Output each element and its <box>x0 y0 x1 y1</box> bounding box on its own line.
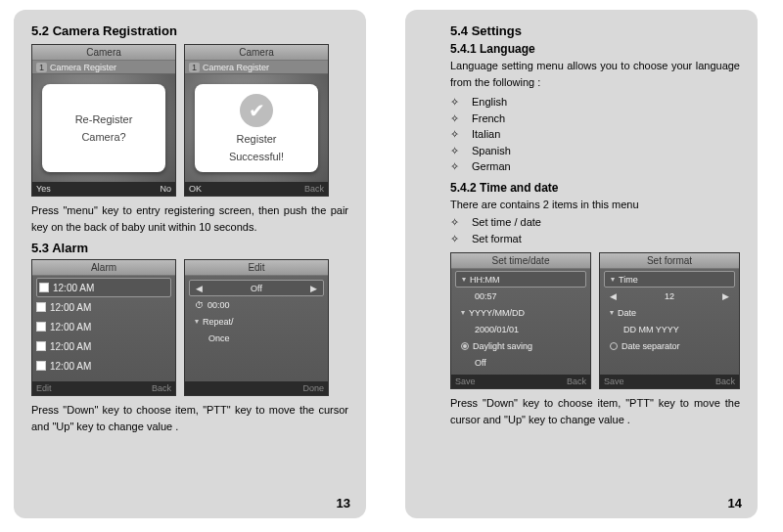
screen-footer: Edit Back <box>32 381 175 395</box>
screen-set-time-date: Set time/date ▾HH:MM 00:57 ▾YYYY/MM/DD 2… <box>450 252 591 389</box>
checkbox-icon[interactable] <box>36 361 46 371</box>
screen-title: Set format <box>600 253 739 269</box>
screen-footer: Done <box>185 381 328 395</box>
list-item: ✧Italian <box>450 126 740 143</box>
list-item: ✧French <box>450 111 740 127</box>
screen-camera-reregister: Camera 1Camera Register Re-Register Came… <box>31 44 176 197</box>
field-onoff[interactable]: ◀Off▶ <box>189 280 324 296</box>
softkey-right[interactable]: Back <box>152 381 171 395</box>
chevron-down-icon: ▾ <box>462 275 466 284</box>
page-number: 14 <box>728 496 742 510</box>
field-hhmm-value[interactable]: 00:57 <box>455 288 586 304</box>
screen-title: Camera <box>185 45 328 61</box>
screen-title: Camera <box>32 45 175 61</box>
para-registration: Press "menu" key to entry registering sc… <box>31 202 348 235</box>
screen-title: Set time/date <box>451 253 590 269</box>
list-item: ✧Set time / date <box>450 214 740 231</box>
heading-5-3: 5.3 Alarm <box>31 241 348 255</box>
list-item: ✧German <box>450 158 740 175</box>
check-icon: ✔ <box>240 94 273 127</box>
softkey-right[interactable]: Back <box>567 375 586 388</box>
list-item[interactable]: 12:00 AM <box>36 317 171 336</box>
softkey-left[interactable]: OK <box>189 182 202 196</box>
screen-set-format: Set format ▾Time ◀12▶ ▾Date DD MM YYYY D… <box>599 252 740 389</box>
list-item[interactable]: 12:00 AM <box>36 278 171 297</box>
softkey-right[interactable]: Back <box>304 182 324 196</box>
alarm-screens-row: Alarm 12:00 AM 12:00 AM 12:00 AM 12:00 A… <box>31 259 348 396</box>
screen-title: Edit <box>185 260 328 276</box>
settings-screens-row: Set time/date ▾HH:MM 00:57 ▾YYYY/MM/DD 2… <box>450 252 740 389</box>
softkey-left[interactable]: Save <box>455 375 476 388</box>
radio-icon[interactable] <box>461 342 469 350</box>
list-item: ✧Set format <box>450 231 740 247</box>
field-hhmm-label[interactable]: ▾HH:MM <box>455 271 586 288</box>
edit-fields: ◀Off▶ ⏱00:00 ▾Repeat/ Once <box>185 276 328 381</box>
para-alarm: Press "Down" key to choose item, "PTT" k… <box>31 402 348 434</box>
camera-screens-row: Camera 1Camera Register Re-Register Came… <box>31 44 348 197</box>
softkey-left[interactable]: Yes <box>36 182 51 196</box>
checkbox-icon[interactable] <box>36 341 46 351</box>
list-item[interactable]: 12:00 AM <box>36 356 171 376</box>
page-number: 13 <box>337 496 350 510</box>
softkey-left[interactable]: Save <box>604 375 624 388</box>
heading-5-4-2: 5.4.2 Time and date <box>450 181 740 195</box>
field-date-label[interactable]: ▾Date <box>604 304 735 321</box>
list-item: ✧Spanish <box>450 143 740 159</box>
field-time-value[interactable]: ◀12▶ <box>604 288 735 304</box>
softkey-right[interactable]: Back <box>715 375 735 388</box>
field-dst-value[interactable]: Off <box>455 354 586 371</box>
dialog-reregister: Re-Register Camera? <box>42 84 165 172</box>
softkey-right[interactable]: Done <box>302 381 324 395</box>
list-item[interactable]: 12:00 AM <box>36 336 171 356</box>
softkey-left[interactable]: Edit <box>36 381 52 395</box>
field-sep-label[interactable]: Date separator <box>604 337 735 354</box>
chevron-down-icon: ▾ <box>195 317 199 326</box>
softkey-right[interactable]: No <box>160 182 171 196</box>
checkbox-icon[interactable] <box>36 302 46 312</box>
screen-footer: Save Back <box>600 375 739 388</box>
field-time[interactable]: ⏱00:00 <box>189 296 324 313</box>
screen-footer: OK Back <box>185 182 328 196</box>
para-language: Language setting menu allows you to choo… <box>450 58 740 90</box>
clock-icon: ⏱ <box>195 300 204 310</box>
screen-body: Re-Register Camera? <box>32 74 175 182</box>
list-item[interactable]: 12:00 AM <box>36 297 171 317</box>
field-date-label[interactable]: ▾YYYY/MM/DD <box>455 304 586 321</box>
screen-alarm-edit: Edit ◀Off▶ ⏱00:00 ▾Repeat/ Once Done <box>184 259 329 396</box>
settings-fields: ▾HH:MM 00:57 ▾YYYY/MM/DD 2000/01/01 Dayl… <box>451 269 590 375</box>
chevron-down-icon: ▾ <box>611 275 615 284</box>
screen-subtitle: 1Camera Register <box>32 61 175 74</box>
chevron-down-icon: ▾ <box>610 308 614 317</box>
page-14: 5.4 Settings 5.4.1 Language Language set… <box>405 10 758 518</box>
alarm-list: 12:00 AM 12:00 AM 12:00 AM 12:00 AM 12:0… <box>32 276 175 381</box>
format-fields: ▾Time ◀12▶ ▾Date DD MM YYYY Date separat… <box>600 269 739 375</box>
field-date-value[interactable]: 2000/01/01 <box>455 321 586 337</box>
para-settings: Press "Down" key to choose item, "PTT" k… <box>450 395 740 427</box>
page-13: 5.2 Camera Registration Camera 1Camera R… <box>14 10 366 518</box>
language-list: ✧English ✧French ✧Italian ✧Spanish ✧Germ… <box>450 94 740 175</box>
screen-camera-success: Camera 1Camera Register ✔ Register Succe… <box>184 44 329 197</box>
chevron-down-icon: ▾ <box>461 308 465 317</box>
heading-5-4-1: 5.4.1 Language <box>450 42 740 56</box>
dialog-line1: Register <box>237 133 277 145</box>
radio-icon[interactable] <box>610 342 618 350</box>
screen-subtitle: 1Camera Register <box>185 61 328 74</box>
field-date-value[interactable]: DD MM YYYY <box>604 321 735 337</box>
field-repeat-value[interactable]: Once <box>189 330 324 346</box>
dialog-line1: Re-Register <box>75 113 133 125</box>
field-time-label[interactable]: ▾Time <box>604 271 735 288</box>
dialog-line2: Successful! <box>229 151 284 162</box>
para-timedate: There are contains 2 items in this menu <box>450 197 740 213</box>
screen-alarm-list: Alarm 12:00 AM 12:00 AM 12:00 AM 12:00 A… <box>31 259 176 396</box>
checkbox-icon[interactable] <box>36 322 46 332</box>
heading-5-2: 5.2 Camera Registration <box>31 23 348 38</box>
heading-5-4: 5.4 Settings <box>450 23 740 38</box>
screen-footer: Save Back <box>451 375 590 388</box>
screen-footer: Yes No <box>32 182 175 196</box>
field-dst-label[interactable]: Daylight saving <box>455 337 586 354</box>
checkbox-icon[interactable] <box>39 283 49 292</box>
list-item: ✧English <box>450 94 740 111</box>
field-repeat-label: ▾Repeat/ <box>189 313 324 330</box>
dialog-success: ✔ Register Successful! <box>195 84 318 172</box>
timedate-list: ✧Set time / date ✧Set format <box>450 214 740 246</box>
